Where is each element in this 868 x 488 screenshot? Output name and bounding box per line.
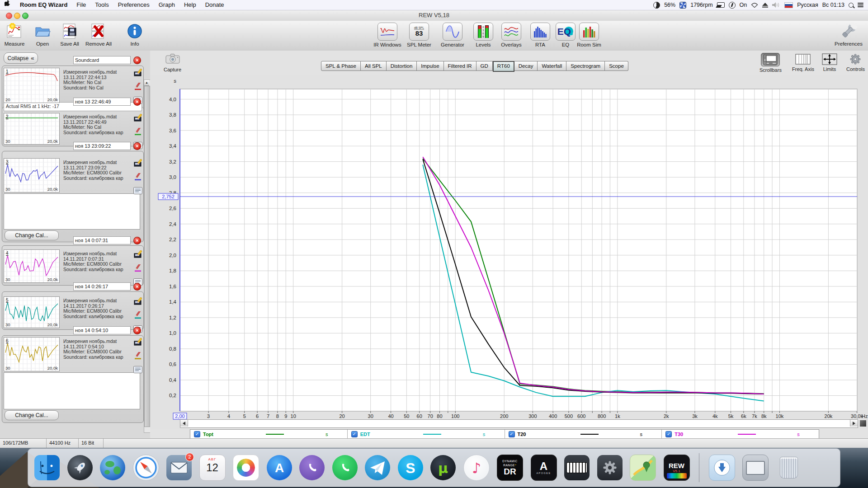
chart-horizontal-scrollbar[interactable] xyxy=(180,419,858,428)
remove-measurement-button[interactable]: × xyxy=(133,56,141,64)
dock-viber-icon[interactable] xyxy=(299,455,325,480)
wifi-icon[interactable] xyxy=(751,3,758,8)
tab-gd[interactable]: GD xyxy=(476,61,493,71)
info-button[interactable]: Info xyxy=(118,23,151,47)
dock-maps-icon[interactable] xyxy=(630,455,656,481)
dock-safari-icon[interactable] xyxy=(133,455,159,481)
legend-checkbox[interactable]: ✓ xyxy=(665,431,672,437)
cpu-gauge-icon[interactable] xyxy=(653,2,660,9)
tab-impulse[interactable]: Impulse xyxy=(417,61,443,71)
trace-style-icon[interactable] xyxy=(134,352,142,361)
room-sim-button[interactable]: Room Sim xyxy=(571,23,607,47)
sidebar-scrollbar[interactable]: ▲ xyxy=(144,80,151,433)
tab-spl-phase[interactable]: SPL & Phase xyxy=(321,61,361,71)
change-cal-button[interactable]: Change Cal... xyxy=(5,410,59,420)
capture-button[interactable]: Capture xyxy=(164,53,181,72)
menu-item-tools[interactable]: Tools xyxy=(90,0,113,10)
ir-windows-button[interactable]: IR Windows xyxy=(370,23,405,47)
dock-earth-browser-icon[interactable] xyxy=(100,455,125,480)
collapse-sidebar-button[interactable]: Collapse « xyxy=(4,52,38,64)
remove-measurement-button[interactable]: × xyxy=(133,142,141,150)
tab-distortion[interactable]: Distortion xyxy=(387,61,417,71)
remove-measurement-button[interactable]: × xyxy=(133,237,141,244)
legend-checkbox[interactable]: ✓ xyxy=(351,431,358,437)
scrollbar-thumb[interactable] xyxy=(144,86,150,427)
dock-audio-settings-icon[interactable] xyxy=(597,455,623,480)
controls-button[interactable]: Controls xyxy=(846,53,865,72)
dock-dynamic-range-icon[interactable]: DYNAMICRANGE⁺DR xyxy=(497,455,523,481)
measurement-name-field[interactable]: ноя 14 0:26:17 xyxy=(73,282,131,291)
window-resize-grip[interactable] xyxy=(860,420,866,427)
menu-item-preferences[interactable]: Preferences xyxy=(113,0,154,10)
window-title-bar[interactable]: REW V5,18 xyxy=(0,10,868,21)
preferences-button[interactable]: Preferences xyxy=(831,23,866,47)
dock-photos-icon[interactable] xyxy=(233,455,259,481)
dock-launchpad-icon[interactable] xyxy=(67,455,93,480)
measurement-notes-area[interactable] xyxy=(4,193,140,230)
tab-decay[interactable]: Decay xyxy=(514,61,538,71)
menu-item-help[interactable]: Help xyxy=(179,0,201,10)
apple-menu-icon[interactable] xyxy=(0,0,15,10)
trace-style-icon[interactable] xyxy=(134,83,142,92)
edit-notes-icon[interactable] xyxy=(134,69,142,78)
dock-downloads-icon[interactable] xyxy=(709,455,735,481)
dock-whatsapp-icon[interactable] xyxy=(332,455,358,480)
scroll-up-icon[interactable]: ▲ xyxy=(144,80,149,86)
edit-notes-icon[interactable] xyxy=(134,338,142,347)
dock-telegram-icon[interactable] xyxy=(365,455,390,480)
tab-all-spl[interactable]: All SPL xyxy=(361,61,387,71)
measurement-name-field[interactable]: ноя 14 0:54:10 xyxy=(73,326,131,334)
scrollbars-button[interactable]: Scrollbars xyxy=(760,53,782,73)
tab-spectrogram[interactable]: Spectrogram xyxy=(566,61,605,71)
search-icon[interactable] xyxy=(849,3,854,8)
edit-notes-icon[interactable] xyxy=(134,297,142,307)
dock-display-prefs-icon[interactable] xyxy=(742,455,769,481)
dock-midi-keyboard-icon[interactable] xyxy=(564,455,590,480)
tab-waterfall[interactable]: Waterfall xyxy=(538,61,566,71)
measurement-name-field[interactable]: ноя 13 23:09:22 xyxy=(73,142,131,150)
legend-checkbox[interactable]: ✓ xyxy=(509,431,515,437)
remove-measurement-button[interactable]: × xyxy=(133,327,141,334)
display-menu-icon[interactable] xyxy=(717,2,725,8)
generator-button[interactable]: Generator xyxy=(435,23,470,47)
dock-mail-icon[interactable]: 2 xyxy=(166,455,192,480)
remove-measurement-button[interactable]: × xyxy=(133,98,141,106)
trace-style-icon[interactable] xyxy=(134,311,142,321)
volume-muted-icon[interactable] xyxy=(772,2,780,8)
dock-app-store-icon[interactable]: A xyxy=(267,455,292,480)
trace-style-icon[interactable] xyxy=(134,173,142,183)
save-all-button[interactable]: Save All xyxy=(53,23,86,47)
menu-item-room-eq-wizard[interactable]: Room EQ Wizard xyxy=(15,0,72,10)
dock-trash-icon[interactable] xyxy=(776,455,802,480)
measurement-notes-button[interactable] xyxy=(133,187,142,196)
legend-checkbox[interactable]: ✓ xyxy=(194,431,200,437)
trace-style-icon[interactable] xyxy=(134,128,142,137)
dock-calendar-icon[interactable]: АВГ12 xyxy=(199,455,226,481)
menu-item-file[interactable]: File xyxy=(72,0,90,10)
scroll-right-button[interactable] xyxy=(850,420,858,427)
remove-all-button[interactable]: Remove All xyxy=(82,23,115,47)
fan-icon[interactable] xyxy=(679,2,686,9)
eject-icon[interactable] xyxy=(762,3,768,8)
dock-finder-icon[interactable] xyxy=(34,455,60,480)
dock-music-icon[interactable]: ♪ xyxy=(463,455,490,481)
measurement-name-field[interactable]: ноя 13 22:46:49 xyxy=(73,98,131,106)
menu-item-donate[interactable]: Donate xyxy=(201,0,229,10)
dock-apogee-icon[interactable]: AAPOGEE xyxy=(531,455,557,481)
tab-scope[interactable]: Scope xyxy=(605,61,628,71)
scroll-left-button[interactable] xyxy=(180,420,188,427)
edit-notes-icon[interactable] xyxy=(134,250,142,260)
language-flag-icon[interactable] xyxy=(784,2,793,8)
dock-skype-icon[interactable]: S xyxy=(398,455,423,480)
measurement-notes-button[interactable] xyxy=(133,366,142,375)
power-icon[interactable] xyxy=(729,2,736,9)
dock-rew-icon[interactable]: REWV5.1 xyxy=(664,455,690,481)
tab-rt60[interactable]: RT60 xyxy=(493,61,514,72)
spl-meter-button[interactable]: dB SPL83SPL Meter xyxy=(401,23,437,47)
trace-style-icon[interactable] xyxy=(134,264,142,274)
rt60-chart[interactable]: 0,20,40,60,81,01,21,41,61,82,02,22,42,62… xyxy=(150,75,868,429)
measurement-name-field[interactable]: Soundcard xyxy=(73,56,131,64)
limits-button[interactable]: Limits xyxy=(821,53,839,72)
change-cal-button[interactable]: Change Cal... xyxy=(5,230,59,240)
tab-filtered-ir[interactable]: Filtered IR xyxy=(444,61,476,71)
